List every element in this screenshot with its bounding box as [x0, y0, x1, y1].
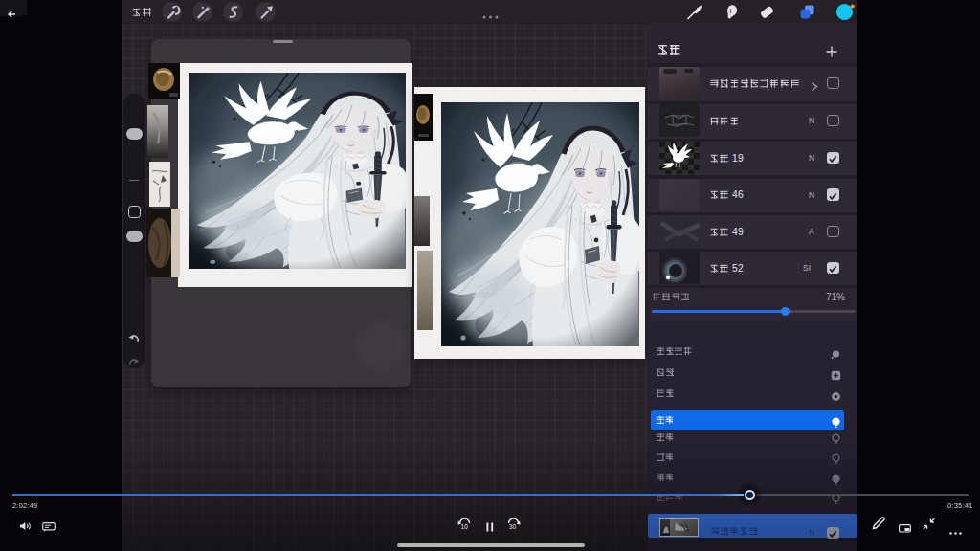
- svg-text:30: 30: [509, 523, 517, 530]
- svg-text:6: 6: [738, 189, 744, 200]
- svg-text:2: 2: [738, 263, 744, 274]
- svg-text:10: 10: [461, 523, 469, 530]
- svg-text:9: 9: [738, 227, 744, 237]
- svg-text:9: 9: [738, 153, 744, 164]
